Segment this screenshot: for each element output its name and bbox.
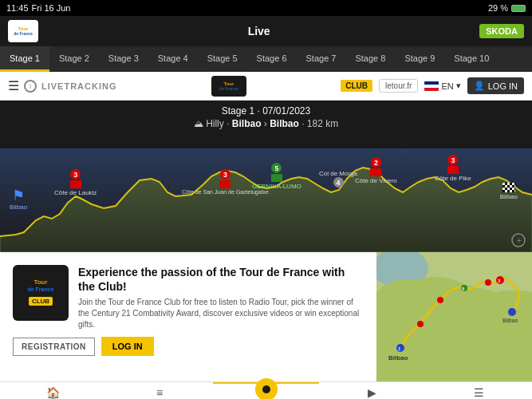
skoda-badge: SKODA <box>479 24 524 38</box>
club-logo: Tour de France CLUB <box>13 265 69 321</box>
stage-tab-6[interactable]: Stage 6 <box>247 46 297 72</box>
profile-section: Stage 1 · 07/01/2023 ⛰ Hilly · Bilbao › … <box>0 101 532 252</box>
sprint-number: 5 <box>271 163 282 173</box>
registration-button[interactable]: REGISTRATION <box>13 338 95 356</box>
to-city: Bilbao <box>270 118 299 129</box>
sub-nav: ☰ i LIVETRACKING Tour de France CLUB let… <box>0 72 532 101</box>
stage-tab-4[interactable]: Stage 4 <box>148 46 198 72</box>
climb-pike: 3 Côte de Pike <box>435 155 471 182</box>
promo-header: Tour de France CLUB Experience the passi… <box>13 265 364 330</box>
col-morga: Col de Morga 4 <box>319 169 357 188</box>
svg-text:Bilbao: Bilbao <box>502 318 518 323</box>
stage-tab-5[interactable]: Stage 5 <box>198 46 247 72</box>
hamburger-icon[interactable]: ☰ <box>8 78 19 93</box>
battery: 29 % <box>488 3 508 13</box>
svg-point-6 <box>417 321 424 327</box>
sprint-gernika: 5 GERNIKA-LUMO <box>252 163 301 190</box>
map-preview: 1 3 5 Bilbao Bilbao <box>376 252 532 381</box>
stage-tab-9[interactable]: Stage 9 <box>395 46 444 72</box>
from-city: Bilbao <box>232 118 262 129</box>
person-icon: 👤 <box>474 81 485 91</box>
lang-chevron: ▾ <box>456 81 461 91</box>
cat-number: 3 <box>220 169 231 180</box>
live-button[interactable] <box>255 378 278 399</box>
info-icon: i <box>24 80 37 93</box>
cat-number: 2 <box>371 157 381 168</box>
terrain-label: Hilly <box>206 118 224 129</box>
stage-tab-7[interactable]: Stage 7 <box>297 46 346 72</box>
login-promo-button[interactable]: LOG IN <box>101 337 154 356</box>
nav-live[interactable]: Live <box>213 382 319 399</box>
content-row: Tour de France CLUB Experience the passi… <box>0 252 532 381</box>
stage-route: ⛰ Hilly · Bilbao › Bilbao · 182 km <box>0 118 532 129</box>
promo-title: Experience the passion of the Tour de Fr… <box>78 265 364 294</box>
home-icon: 🏠 <box>46 386 60 399</box>
flag-icon <box>424 81 439 91</box>
promo-buttons: REGISTRATION LOG IN <box>13 337 364 356</box>
svg-text:+: + <box>517 236 522 245</box>
battery-bar <box>511 5 526 12</box>
nav-home[interactable]: 🏠 Home <box>0 382 106 399</box>
date: Fri 16 Jun <box>32 3 71 13</box>
nav-rankings[interactable]: ≡ Rankings <box>106 382 212 399</box>
status-bar: 11:45 Fri 16 Jun 29 % <box>0 0 532 16</box>
live-dot <box>262 385 270 393</box>
promo-body: Join the Tour de France Club for free to… <box>78 297 364 330</box>
route-profile: + ⚑ Bilbao 3 Côte de Laukiz 3 Côte de Sa… <box>0 148 532 252</box>
stage-tab-10[interactable]: Stage 10 <box>444 46 499 72</box>
stage-tab-8[interactable]: Stage 8 <box>345 46 395 72</box>
live-title: Live <box>248 25 270 38</box>
livetracking-label: LIVETRACKING <box>41 81 117 91</box>
cat-number: 3 <box>70 169 81 180</box>
time: 11:45 <box>6 3 29 13</box>
stage-info: Stage 1 · 07/01/2023 <box>0 105 532 117</box>
svg-point-7 <box>437 297 443 303</box>
menu-icon: ☰ <box>474 386 484 399</box>
distance: 182 km <box>307 118 338 129</box>
cat-number: 3 <box>447 155 458 165</box>
letour-button[interactable]: letour.fr <box>379 79 418 93</box>
start-marker: ⚑ Bilbao <box>10 188 27 211</box>
videos-icon: ▶ <box>368 386 376 399</box>
stage-tab-2[interactable]: Stage 2 <box>49 46 99 72</box>
promo-section: Tour de France CLUB Experience the passi… <box>0 252 376 381</box>
stage-tabs: Stage 1 Stage 2 Stage 3 Stage 4 Stage 5 … <box>0 46 532 72</box>
login-button[interactable]: 👤 LOG IN <box>467 77 524 94</box>
rankings-icon: ≡ <box>156 386 163 399</box>
promo-text: Experience the passion of the Tour de Fr… <box>78 265 364 330</box>
climb-laukiz: 3 Côte de Laukiz <box>54 169 97 196</box>
svg-point-9 <box>485 279 491 286</box>
map-svg: 1 3 5 Bilbao Bilbao <box>376 252 532 381</box>
svg-text:Bilbao: Bilbao <box>388 354 408 361</box>
climb-vivero: 2 Côte de Vivero <box>355 157 397 184</box>
tour-de-france-logo: Tour de France <box>8 20 38 42</box>
stage-tab-3[interactable]: Stage 3 <box>99 46 148 72</box>
bottom-nav: 🏠 Home ≡ Rankings Live ▶ Videos ☰ Menu <box>0 381 532 399</box>
club-badge[interactable]: CLUB <box>341 80 372 92</box>
top-nav: Tour de France Live SKODA <box>0 16 532 46</box>
stage-tab-1[interactable]: Stage 1 <box>0 46 49 72</box>
mountain-icon: ⛰ <box>194 118 203 129</box>
nav-menu[interactable]: ☰ Menu <box>426 382 532 399</box>
sub-nav-logo: Tour de France <box>211 76 246 97</box>
finish-marker: Bilbao <box>500 183 518 200</box>
language-selector[interactable]: EN ▾ <box>424 81 460 91</box>
profile-header: Stage 1 · 07/01/2023 ⛰ Hilly · Bilbao › … <box>0 101 532 131</box>
lang-label: EN <box>441 81 453 91</box>
nav-videos[interactable]: ▶ Videos <box>319 382 425 399</box>
svg-point-11 <box>508 308 516 316</box>
